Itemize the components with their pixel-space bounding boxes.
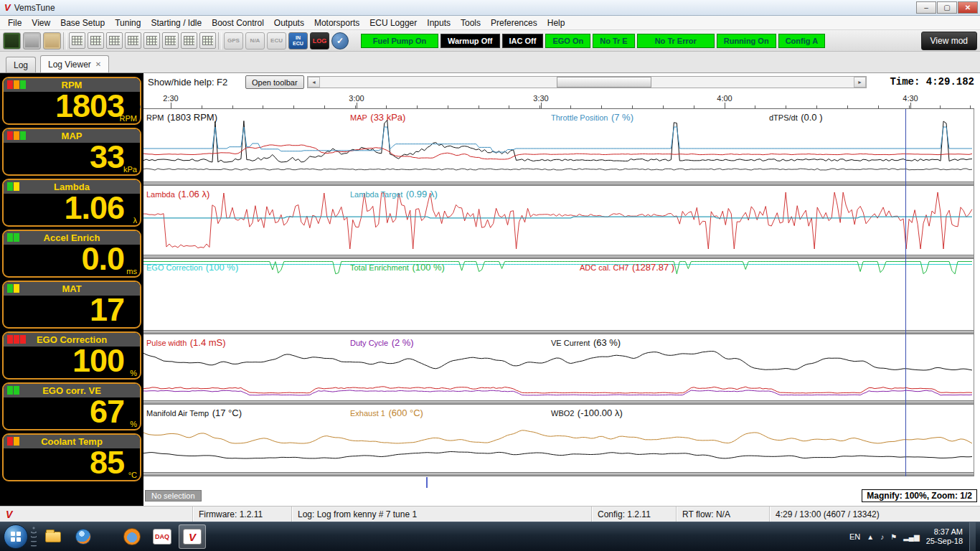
gauge-accel-enrich[interactable]: Accel Enrich 0.0ms xyxy=(2,230,141,278)
menu-tuning[interactable]: Tuning xyxy=(110,17,146,29)
menu-base-setup[interactable]: Base Setup xyxy=(55,17,110,29)
open-toolbar-button[interactable]: Open toolbar xyxy=(245,75,304,89)
scroll-right-icon[interactable]: ► xyxy=(854,77,866,88)
minimize-button[interactable]: – xyxy=(916,1,936,14)
gauge-unit: % xyxy=(130,420,137,428)
config-table-icon-5[interactable] xyxy=(143,32,160,49)
table-grid-icon xyxy=(184,36,194,45)
menu-bar: File View Base Setup Tuning Starting / I… xyxy=(0,16,980,30)
validate-check-icon[interactable]: ✓ xyxy=(331,32,349,50)
status-button-group: Fuel Pump On Warmup Off IAC Off EGO On N… xyxy=(361,34,825,48)
clock-time: 8:37 AM xyxy=(926,527,963,537)
gauge-led xyxy=(7,437,19,446)
channel-label: ADC cal. CH7 (1287.87 ) xyxy=(580,260,674,273)
status-ego-button[interactable]: EGO On xyxy=(545,34,590,48)
tab-close-icon[interactable]: ✕ xyxy=(95,60,101,68)
channel-label: Exhaust 1 (600 °C) xyxy=(350,406,423,419)
status-iac-button[interactable]: IAC Off xyxy=(502,34,544,48)
firefox-taskbar-icon[interactable] xyxy=(118,524,146,549)
time-cursor-line xyxy=(905,109,906,476)
gauge-coolant-temp[interactable]: Coolant Temp 85°C xyxy=(2,433,141,481)
start-button[interactable] xyxy=(4,524,28,549)
menu-inputs[interactable]: Inputs xyxy=(422,17,456,29)
board-icon[interactable] xyxy=(3,32,21,50)
menu-file[interactable]: File xyxy=(3,17,27,29)
menu-tools[interactable]: Tools xyxy=(456,17,486,29)
gauge-mat[interactable]: MAT 17 xyxy=(2,281,141,329)
daq-taskbar-icon[interactable]: DAQ xyxy=(149,524,176,549)
status-warmup-button[interactable]: Warmup Off xyxy=(440,34,500,48)
package-icon[interactable] xyxy=(43,32,61,50)
tab-log[interactable]: Log xyxy=(6,57,36,72)
time-axis: 2:30 3:00 3:30 4:00 4:30 xyxy=(143,92,974,109)
config-table-icon-7[interactable] xyxy=(181,32,197,49)
config-table-icon-1[interactable] xyxy=(69,32,85,49)
media-player-taskbar-icon[interactable] xyxy=(70,524,97,549)
hidden-icons-arrow-icon[interactable]: ▲ xyxy=(867,533,874,541)
chart-scrollbar[interactable]: ◄ ► xyxy=(307,76,867,88)
status-no-tr-error-button[interactable]: No Tr Error xyxy=(637,34,715,48)
na-button[interactable]: N/A xyxy=(245,32,265,50)
status-fuel-pump-button[interactable]: Fuel Pump On xyxy=(361,34,438,48)
config-table-icon-3[interactable] xyxy=(106,32,123,49)
gauge-title: Accel Enrich xyxy=(44,232,100,243)
status-no-tr-e-button[interactable]: No Tr E xyxy=(593,34,635,48)
log-icon[interactable]: LOG xyxy=(310,32,329,50)
in-ecu-icon[interactable]: IN ECU xyxy=(288,32,308,50)
explorer-taskbar-icon[interactable] xyxy=(39,524,67,549)
network-icon[interactable]: ▂▄▆ xyxy=(903,533,919,541)
gauge-title: MAP xyxy=(62,131,83,141)
help-hint-label: Show/hide help: F2 xyxy=(148,77,227,88)
menu-boost-control[interactable]: Boost Control xyxy=(207,17,269,29)
scrollbar-thumb[interactable] xyxy=(557,77,651,88)
vemstune-taskbar-icon[interactable]: V xyxy=(179,524,206,549)
volume-icon[interactable]: ♪ xyxy=(880,533,884,541)
gauge-unit: % xyxy=(130,369,137,377)
chart-strip-lambda[interactable]: Lambda (1.06 λ) Lambda Target (0.99 λ) xyxy=(143,186,974,255)
ecu-button[interactable]: ECU xyxy=(267,32,286,50)
action-center-flag-icon[interactable]: ⚑ xyxy=(890,533,897,541)
toolbar-separator xyxy=(63,32,67,50)
chart-strip-rpm[interactable]: RPM (1803 RPM) MAP (33 kPa) Throttle Pos… xyxy=(143,109,974,182)
chart-strip-pulsewidth[interactable]: Pulse width (1.4 mS) Duty Cycle (2 %) VE… xyxy=(143,334,974,400)
menu-starting-idle[interactable]: Starting / Idle xyxy=(146,17,207,29)
gauge-rpm[interactable]: RPM 1803RPM xyxy=(2,77,141,125)
config-table-icon-6[interactable] xyxy=(162,32,179,49)
maximize-button[interactable]: ▢ xyxy=(937,1,957,14)
language-indicator[interactable]: EN xyxy=(849,532,860,541)
gauge-map[interactable]: MAP 33kPa xyxy=(2,128,141,176)
status-config-a-button[interactable]: Config A xyxy=(778,34,825,48)
windows-taskbar: DAQ V EN ▲ ♪ ⚑ ▂▄▆ 8:37 AM 25-Sep-18 xyxy=(0,522,980,551)
menu-preferences[interactable]: Preferences xyxy=(486,17,542,29)
time-tick-label: 4:30 xyxy=(903,94,918,103)
log-position-status: 4:29 / 13:00 (4607 / 13342) xyxy=(769,507,980,522)
status-running-button[interactable]: Running On xyxy=(717,34,776,48)
gauge-unit: RPM xyxy=(120,114,137,123)
chart-strip-ego[interactable]: EGO Correction (100 %) Total Enrichment … xyxy=(143,259,974,330)
gauge-ego-correction[interactable]: EGO Correction 100% xyxy=(2,331,141,380)
device-icon[interactable] xyxy=(23,32,41,50)
config-table-icon-4[interactable] xyxy=(125,32,141,49)
tab-log-viewer[interactable]: Log Viewer ✕ xyxy=(40,55,109,72)
gauge-lambda[interactable]: Lambda 1.06λ xyxy=(2,179,141,227)
menu-view[interactable]: View xyxy=(27,17,55,29)
gauge-led xyxy=(7,182,19,191)
chart-strip-temps[interactable]: Manifold Air Temp (17 °C) Exhaust 1 (600… xyxy=(143,405,974,472)
menu-help[interactable]: Help xyxy=(542,17,570,29)
scrollbar-track[interactable] xyxy=(320,77,854,88)
firefox-icon xyxy=(123,528,141,545)
config-table-icon-2[interactable] xyxy=(88,32,104,49)
strip-separator[interactable] xyxy=(143,472,974,476)
close-button[interactable]: ✕ xyxy=(958,1,978,14)
config-table-icon-8[interactable] xyxy=(199,32,216,49)
gauge-title: EGO Correction xyxy=(37,334,107,345)
scroll-left-icon[interactable]: ◄ xyxy=(308,77,320,88)
taskbar-clock[interactable]: 8:37 AM 25-Sep-18 xyxy=(926,527,963,546)
gps-button[interactable]: GPS xyxy=(224,32,243,50)
menu-outputs[interactable]: Outputs xyxy=(269,17,309,29)
gauge-ego-corr-ve[interactable]: EGO corr. VE 67% xyxy=(2,382,141,430)
menu-motorsports[interactable]: Motorsports xyxy=(309,17,364,29)
menu-ecu-logger[interactable]: ECU Logger xyxy=(364,17,422,29)
show-desktop-button[interactable] xyxy=(969,522,976,551)
view-mode-button[interactable]: View mod xyxy=(921,32,977,50)
